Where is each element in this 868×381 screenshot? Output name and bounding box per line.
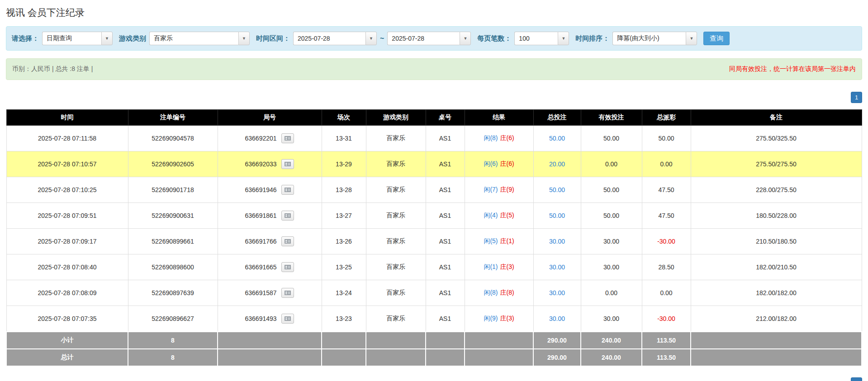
cell-total-bet[interactable]: 30.00 [533,280,581,306]
table-footer: 小计 8 290.00 240.00 113.50 总计 8 [6,332,862,366]
result-banker: 庄(3) [500,263,514,270]
cell-bet-id: 522690899661 [128,229,218,254]
cell-payout: 28.50 [642,254,691,280]
cell-valid-bet: 50.00 [581,126,642,151]
summary-bar: 币别：人民币 | 总共 :8 注单 | 同局有效投注，统一计算在该局第一张注单内 [6,58,862,80]
cell-round-id: 636691946 [218,177,322,203]
page-viewport: 视讯 会员下注纪录 请选择： ▼ 游戏类别 ▼ 时间区间： [0,0,868,381]
header-valid-bet: 有效投注 [581,110,642,126]
result-banker: 庄(6) [500,134,514,141]
table-row: 2025-07-28 07:10:57 522690902605 6366920… [6,151,862,177]
page-size-input[interactable] [514,32,558,45]
cell-total-bet[interactable]: 50.00 [533,203,581,229]
chevron-down-icon[interactable]: ▼ [558,32,569,45]
result-player: 闲(1) [484,263,498,270]
cell-total-bet[interactable]: 50.00 [533,177,581,203]
cell-result: 闲(6)庄(6) [465,151,533,177]
sort-order-input[interactable] [612,32,686,45]
cell-table-no: AS1 [426,177,465,203]
replay-icon[interactable] [281,211,294,221]
table-row: 2025-07-28 07:09:17 522690899661 6366917… [6,229,862,254]
replay-icon[interactable] [281,236,294,246]
cell-game-type: 百家乐 [366,229,426,254]
sort-order-select: ▼ [612,32,697,45]
cell-payout: -30.00 [642,229,691,254]
header-remark: 备注 [691,110,862,126]
date-mode-input[interactable] [42,32,101,45]
cell-time: 2025-07-28 07:09:17 [6,229,128,254]
cell-round-id: 636691861 [218,203,322,229]
cell-time: 2025-07-28 07:08:09 [6,280,128,306]
header-payout: 总派彩 [642,110,691,126]
cell-round-id: 636691587 [218,280,322,306]
round-id: 636691766 [245,238,277,245]
chevron-down-icon[interactable]: ▼ [101,32,113,45]
cell-valid-bet: 30.00 [581,254,642,280]
cell-game-type: 百家乐 [366,203,426,229]
cell-time: 2025-07-28 07:10:25 [6,177,128,203]
page-size-select: ▼ [514,32,569,45]
cell-bet-id: 522690898600 [128,254,218,280]
cell-total-bet[interactable]: 30.00 [533,229,581,254]
page-button-1[interactable]: 1 [851,92,862,103]
table-header-row: 时间 注单编号 局号 场次 游戏类别 桌号 结果 总投注 有效投注 总派彩 备注 [6,110,862,126]
cell-total-bet[interactable]: 20.00 [533,151,581,177]
subtotal-total-bet: 290.00 [533,332,581,349]
date-to-input[interactable] [387,32,460,45]
cell-total-bet[interactable]: 30.00 [533,254,581,280]
cell-time: 2025-07-28 07:09:51 [6,203,128,229]
result-banker: 庄(5) [500,212,514,219]
total-payout: 113.50 [642,349,691,366]
subtotal-label: 小计 [6,332,128,349]
summary-notice-text: 同局有效投注，统一计算在该局第一张注单内 [729,65,856,73]
replay-icon[interactable] [281,262,294,272]
replay-icon[interactable] [281,159,294,169]
header-table-no: 桌号 [426,110,465,126]
search-button[interactable]: 查询 [703,32,730,45]
chevron-down-icon[interactable]: ▼ [238,32,250,45]
cell-session: 13-23 [322,306,366,332]
filter-group-select: 请选择： ▼ [12,32,113,45]
result-player: 闲(5) [484,237,498,245]
cell-table-no: AS1 [426,203,465,229]
cell-remark: 275.50/325.50 [691,126,862,151]
replay-icon[interactable] [281,185,294,195]
cell-game-type: 百家乐 [366,177,426,203]
cell-game-type: 百家乐 [366,306,426,332]
subtotal-valid-bet: 240.00 [581,332,642,349]
date-from-input[interactable] [293,32,365,45]
round-id: 636692033 [245,160,277,168]
cell-valid-bet: 30.00 [581,229,642,254]
cell-total-bet[interactable]: 30.00 [533,306,581,332]
header-round-id: 局号 [218,110,322,126]
cell-valid-bet: 0.00 [581,151,642,177]
cell-valid-bet: 30.00 [581,306,642,332]
cell-result: 闲(9)庄(3) [465,306,533,332]
date-mode-select: ▼ [42,32,113,45]
game-type-label: 游戏类别 [119,34,146,43]
cell-total-bet[interactable]: 50.00 [533,126,581,151]
chevron-down-icon[interactable]: ▼ [460,32,471,45]
cell-session: 13-28 [322,177,366,203]
cell-payout: 47.50 [642,177,691,203]
cell-time: 2025-07-28 07:08:40 [6,254,128,280]
replay-icon[interactable] [281,288,294,298]
cell-time: 2025-07-28 07:07:35 [6,306,128,332]
header-time: 时间 [6,110,128,126]
cell-bet-id: 522690904578 [128,126,218,151]
result-banker: 庄(1) [500,237,514,245]
chevron-down-icon[interactable]: ▼ [365,32,377,45]
cell-session: 13-29 [322,151,366,177]
result-banker: 庄(3) [500,315,514,322]
chevron-down-icon[interactable]: ▼ [686,32,697,45]
cell-table-no: AS1 [426,280,465,306]
cell-remark: 228.00/275.50 [691,177,862,203]
replay-icon[interactable] [281,314,294,324]
cell-payout: 50.00 [642,126,691,151]
replay-icon[interactable] [281,133,294,143]
cell-session: 13-26 [322,229,366,254]
cell-remark: 180.50/228.00 [691,203,862,229]
date-from-select: ▼ [293,32,377,45]
page-button-1[interactable]: 1 [851,377,862,381]
game-type-input[interactable] [149,32,238,45]
